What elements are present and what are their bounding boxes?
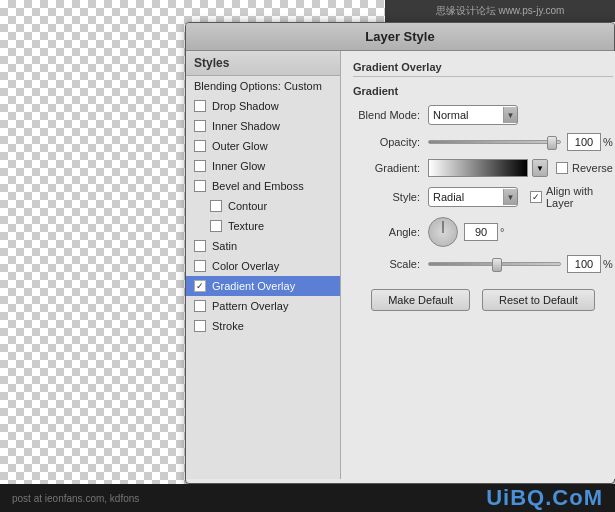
bevel-emboss-checkbox[interactable] <box>194 180 206 192</box>
drop-shadow-label: Drop Shadow <box>212 100 279 112</box>
watermark-bottom-right: UiBQ.CoM <box>486 485 603 511</box>
watermark-top-text: 思缘设计论坛 www.ps-jy.com <box>436 4 565 18</box>
gradient-overlay-label: Gradient Overlay <box>212 280 295 292</box>
blending-options-label: Blending Options: Custom <box>194 80 322 92</box>
opacity-unit: % <box>603 136 613 148</box>
outer-glow-checkbox[interactable] <box>194 140 206 152</box>
inner-glow-checkbox[interactable] <box>194 160 206 172</box>
outer-glow-label: Outer Glow <box>212 140 268 152</box>
inner-glow-label: Inner Glow <box>212 160 265 172</box>
satin-label: Satin <box>212 240 237 252</box>
reset-to-default-button[interactable]: Reset to Default <box>482 289 595 311</box>
angle-dial[interactable] <box>428 217 458 247</box>
opacity-slider-container: % <box>428 133 613 151</box>
style-arrow: ▼ <box>503 189 517 205</box>
stroke-label: Stroke <box>212 320 244 332</box>
gradient-preview[interactable] <box>428 159 528 177</box>
gradient-label: Gradient: <box>353 162 428 174</box>
angle-dial-line <box>443 221 444 233</box>
blend-mode-label: Blend Mode: <box>353 109 428 121</box>
texture-checkbox[interactable] <box>210 220 222 232</box>
pattern-overlay-checkbox[interactable] <box>194 300 206 312</box>
style-row: Style: Radial ▼ Align with Layer <box>353 185 613 209</box>
opacity-slider[interactable] <box>428 140 561 144</box>
contour-checkbox[interactable] <box>210 200 222 212</box>
layer-style-panel: Layer Style Styles Blending Options: Cus… <box>185 22 615 484</box>
satin-checkbox[interactable] <box>194 240 206 252</box>
style-label: Style: <box>353 191 428 203</box>
inner-shadow-label: Inner Shadow <box>212 120 280 132</box>
sidebar-item-pattern-overlay[interactable]: Pattern Overlay <box>186 296 340 316</box>
blend-mode-value: Normal <box>433 109 501 121</box>
style-value: Radial <box>433 191 501 203</box>
sidebar-item-color-overlay[interactable]: Color Overlay <box>186 256 340 276</box>
color-overlay-checkbox[interactable] <box>194 260 206 272</box>
sidebar-item-blending-options[interactable]: Blending Options: Custom <box>186 76 340 96</box>
angle-unit: ° <box>500 226 510 238</box>
opacity-input[interactable] <box>567 133 601 151</box>
align-with-layer-checkbox[interactable] <box>530 191 542 203</box>
styles-sidebar: Styles Blending Options: Custom Drop Sha… <box>186 51 341 479</box>
sidebar-item-bevel-emboss[interactable]: Bevel and Emboss <box>186 176 340 196</box>
angle-row: Angle: ° <box>353 217 613 247</box>
opacity-row: Opacity: % <box>353 133 613 151</box>
stroke-checkbox[interactable] <box>194 320 206 332</box>
scale-slider[interactable] <box>428 262 561 266</box>
scale-slider-thumb[interactable] <box>492 258 502 272</box>
align-with-layer-label: Align with Layer <box>546 185 613 209</box>
scale-row: Scale: % <box>353 255 613 273</box>
scale-input[interactable] <box>567 255 601 273</box>
blend-mode-arrow: ▼ <box>503 107 517 123</box>
blend-mode-row: Blend Mode: Normal ▼ <box>353 105 613 125</box>
opacity-slider-thumb[interactable] <box>547 136 557 150</box>
scale-label: Scale: <box>353 258 428 270</box>
sidebar-item-inner-glow[interactable]: Inner Glow <box>186 156 340 176</box>
watermark-bottom-left: post at ieonfans.com, kdfons <box>12 493 139 504</box>
sidebar-item-gradient-overlay[interactable]: Gradient Overlay <box>186 276 340 296</box>
gradient-overlay-checkbox[interactable] <box>194 280 206 292</box>
reverse-label: Reverse <box>572 162 613 174</box>
reverse-container: Reverse <box>556 162 613 174</box>
scale-unit: % <box>603 258 613 270</box>
section-title: Gradient Overlay <box>353 61 613 77</box>
sidebar-item-stroke[interactable]: Stroke <box>186 316 340 336</box>
panel-title: Layer Style <box>365 29 434 44</box>
sidebar-item-satin[interactable]: Satin <box>186 236 340 256</box>
sidebar-item-outer-glow[interactable]: Outer Glow <box>186 136 340 156</box>
drop-shadow-checkbox[interactable] <box>194 100 206 112</box>
sidebar-item-contour[interactable]: Contour <box>186 196 340 216</box>
style-content-area: Gradient Overlay Gradient Blend Mode: No… <box>341 51 615 479</box>
style-dropdown[interactable]: Radial ▼ <box>428 187 518 207</box>
make-default-button[interactable]: Make Default <box>371 289 470 311</box>
angle-input[interactable] <box>464 223 498 241</box>
sub-section-title: Gradient <box>353 85 613 97</box>
sidebar-item-inner-shadow[interactable]: Inner Shadow <box>186 116 340 136</box>
blend-mode-dropdown[interactable]: Normal ▼ <box>428 105 518 125</box>
sidebar-item-drop-shadow[interactable]: Drop Shadow <box>186 96 340 116</box>
styles-header: Styles <box>186 51 340 76</box>
reverse-checkbox[interactable] <box>556 162 568 174</box>
sidebar-item-texture[interactable]: Texture <box>186 216 340 236</box>
align-with-layer-container: Align with Layer <box>530 185 613 209</box>
bevel-emboss-label: Bevel and Emboss <box>212 180 304 192</box>
opacity-label: Opacity: <box>353 136 428 148</box>
contour-label: Contour <box>228 200 267 212</box>
panel-body: Styles Blending Options: Custom Drop Sha… <box>186 51 614 479</box>
gradient-row: Gradient: ▼ Reverse <box>353 159 613 177</box>
scale-slider-container: % <box>428 255 613 273</box>
gradient-dropdown-btn[interactable]: ▼ <box>532 159 548 177</box>
pattern-overlay-label: Pattern Overlay <box>212 300 288 312</box>
texture-label: Texture <box>228 220 264 232</box>
panel-title-bar: Layer Style <box>186 23 614 51</box>
inner-shadow-checkbox[interactable] <box>194 120 206 132</box>
watermark-top: 思缘设计论坛 www.ps-jy.com <box>385 0 615 22</box>
buttons-row: Make Default Reset to Default <box>353 289 613 311</box>
watermark-bottom: post at ieonfans.com, kdfons UiBQ.CoM <box>0 484 615 512</box>
angle-label: Angle: <box>353 226 428 238</box>
color-overlay-label: Color Overlay <box>212 260 279 272</box>
